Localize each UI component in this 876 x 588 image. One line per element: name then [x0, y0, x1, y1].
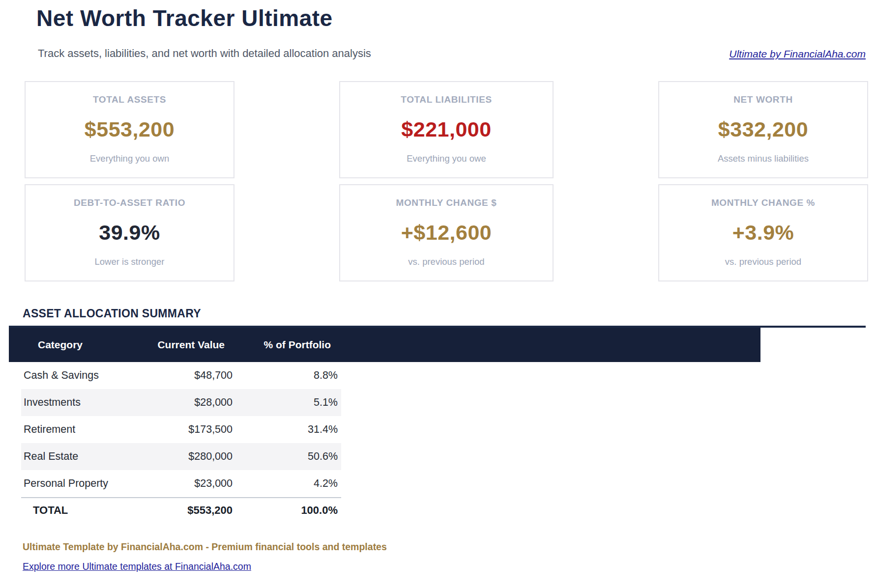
kpi-value: +3.9%	[732, 221, 794, 245]
cell-current-value: $280,000	[144, 450, 233, 463]
page-subtitle: Track assets, liabilities, and net worth…	[38, 47, 371, 60]
kpi-note: Everything you own	[90, 153, 169, 164]
cell-pct-of-portfolio: 5.1%	[233, 396, 341, 409]
kpi-label: TOTAL ASSETS	[93, 94, 166, 105]
kpi-value: $553,200	[85, 117, 175, 141]
table-row-personal-property: Personal Property $23,000 4.2%	[21, 470, 341, 497]
column-header-category: Category	[38, 339, 83, 351]
cell-total-label: TOTAL	[21, 504, 144, 517]
table-row-cash-savings: Cash & Savings $48,700 8.8%	[21, 362, 341, 389]
cell-pct-of-portfolio: 31.4%	[233, 423, 341, 436]
kpi-note: Assets minus liabilities	[718, 153, 809, 164]
kpi-value: $221,000	[401, 117, 491, 141]
cell-category: Personal Property	[21, 477, 144, 490]
kpi-value: +$12,600	[401, 221, 492, 245]
brand-link[interactable]: Ultimate by FinancialAha.com	[729, 48, 866, 60]
footer-tagline: Ultimate Template by FinancialAha.com - …	[23, 541, 387, 553]
kpi-card-debt-to-asset-ratio: DEBT-TO-ASSET RATIO 39.9% Lower is stron…	[25, 184, 234, 281]
kpi-card-monthly-change-dollars: MONTHLY CHANGE $ +$12,600 vs. previous p…	[339, 184, 554, 281]
kpi-value: 39.9%	[99, 221, 160, 245]
column-header-pct-of-portfolio: % of Portfolio	[233, 339, 331, 351]
cell-pct-of-portfolio: 8.8%	[233, 369, 341, 382]
cell-total-pct: 100.0%	[233, 504, 341, 517]
cell-category: Retirement	[21, 423, 144, 436]
footer-explore-link[interactable]: Explore more Ultimate templates at Finan…	[23, 561, 251, 572]
page-title: Net Worth Tracker Ultimate	[36, 5, 333, 31]
cell-category: Investments	[21, 396, 144, 409]
kpi-note: Everything you owe	[407, 153, 486, 164]
kpi-note: vs. previous period	[725, 256, 801, 267]
cell-category: Real Estate	[21, 450, 144, 463]
kpi-cards-grid: TOTAL ASSETS $553,200 Everything you own…	[25, 81, 868, 281]
kpi-label: MONTHLY CHANGE $	[396, 197, 497, 208]
cell-current-value: $28,000	[144, 396, 233, 409]
section-title-asset-allocation: ASSET ALLOCATION SUMMARY	[9, 307, 866, 328]
kpi-card-monthly-change-percent: MONTHLY CHANGE % +3.9% vs. previous peri…	[658, 184, 868, 281]
table-row-total: TOTAL $553,200 100.0%	[21, 497, 341, 523]
kpi-note: vs. previous period	[408, 256, 484, 267]
table-row-investments: Investments $28,000 5.1%	[21, 389, 341, 416]
kpi-label: TOTAL LIABILITIES	[401, 94, 492, 105]
table-row-retirement: Retirement $173,500 31.4%	[21, 416, 341, 443]
cell-current-value: $23,000	[144, 477, 233, 490]
cell-category: Cash & Savings	[21, 369, 144, 382]
kpi-label: MONTHLY CHANGE %	[711, 197, 815, 208]
allocation-table-header: Category Current Value % of Portfolio	[9, 328, 760, 362]
kpi-card-total-liabilities: TOTAL LIABILITIES $221,000 Everything yo…	[339, 81, 554, 178]
cell-pct-of-portfolio: 50.6%	[233, 450, 341, 463]
kpi-card-net-worth: NET WORTH $332,200 Assets minus liabilit…	[658, 81, 868, 178]
column-header-current-value: Current Value	[126, 339, 225, 351]
cell-pct-of-portfolio: 4.2%	[233, 477, 341, 490]
table-row-real-estate: Real Estate $280,000 50.6%	[21, 443, 341, 470]
allocation-table-body: Cash & Savings $48,700 8.8% Investments …	[21, 362, 341, 523]
cell-total-value: $553,200	[144, 504, 233, 517]
kpi-label: DEBT-TO-ASSET RATIO	[74, 197, 185, 208]
kpi-label: NET WORTH	[733, 94, 792, 105]
cell-current-value: $48,700	[144, 369, 233, 382]
kpi-card-total-assets: TOTAL ASSETS $553,200 Everything you own	[25, 81, 234, 178]
kpi-value: $332,200	[718, 117, 808, 141]
cell-current-value: $173,500	[144, 423, 233, 436]
kpi-note: Lower is stronger	[95, 256, 165, 267]
